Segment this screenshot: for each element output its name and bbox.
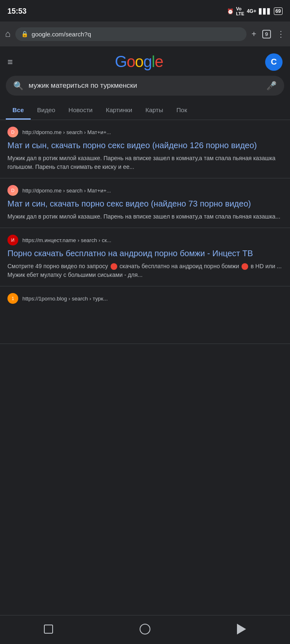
- browser-actions: + 9 ⋮: [251, 29, 285, 39]
- result-snippet: Смотрите 49 порно видео по запросу скача…: [7, 262, 283, 279]
- result-favicon: D: [7, 185, 18, 196]
- result-item: D http://dporno.me › search › Мат+и+... …: [0, 120, 290, 178]
- result-favicon: 1: [7, 293, 18, 304]
- browser-bar: ⌂ 🔒 google.com/search?q + 9 ⋮: [0, 22, 290, 46]
- google-header: ≡ Google C: [0, 46, 290, 76]
- favicon-letter: D: [11, 130, 15, 135]
- tab-news[interactable]: Новости: [62, 101, 99, 120]
- search-tabs: Все Видео Новости Картинки Карты Пок: [0, 101, 290, 120]
- signal-icon: ▋▋▋: [259, 8, 271, 14]
- snippet-part-1: Смотрите 49 порно видео по запросу: [7, 263, 110, 269]
- result-source: D http://dporno.me › search › Мат+и+...: [7, 127, 283, 137]
- home-button[interactable]: [138, 622, 152, 636]
- result-source: 1 https://1porno.blog › search › турк...: [7, 293, 283, 304]
- volte-icon: VoLTE: [236, 6, 244, 16]
- hamburger-menu-icon[interactable]: ≡: [7, 57, 13, 67]
- tab-more[interactable]: Пок: [170, 101, 194, 120]
- result-url: http://dporno.me › search › Мат+и+...: [22, 129, 111, 135]
- mic-icon[interactable]: 🎤: [266, 81, 277, 91]
- result-url: https://m.инцест.name › search › ск...: [22, 237, 111, 243]
- result-item: D http://dporno.me › search › Мат+и+... …: [0, 178, 290, 228]
- search-icon: 🔍: [13, 81, 24, 91]
- more-options-button[interactable]: ⋮: [277, 29, 285, 39]
- google-logo: Google: [115, 53, 163, 71]
- result-url: http://dporno.me › search › Мат+и+...: [22, 187, 111, 194]
- search-query: мужик материться по туркменски: [29, 82, 261, 90]
- tab-maps[interactable]: Карты: [139, 101, 170, 120]
- lock-icon: 🔒: [21, 31, 28, 37]
- url-bar[interactable]: 🔒 google.com/search?q: [15, 27, 247, 41]
- favicon-letter: И: [11, 238, 15, 243]
- network-type: 4G+: [247, 8, 256, 14]
- favicon-letter: D: [11, 188, 15, 193]
- back-icon: [237, 624, 246, 634]
- result-item: 1 https://1porno.blog › search › турк...: [0, 286, 290, 344]
- logo-g2: g: [143, 53, 152, 70]
- status-bar: 15:53 ⏰ VoLTE 4G+ ▋▋▋ 69: [0, 0, 290, 22]
- add-tab-button[interactable]: +: [251, 29, 256, 39]
- bottom-nav: [0, 615, 290, 644]
- back-button[interactable]: [234, 622, 249, 636]
- tab-count[interactable]: 9: [262, 30, 271, 38]
- results-container: D http://dporno.me › search › Мат+и+... …: [0, 120, 290, 344]
- home-icon[interactable]: ⌂: [5, 29, 10, 39]
- status-time: 15:53: [7, 7, 27, 16]
- recent-apps-button[interactable]: [41, 622, 56, 636]
- red-circle-icon: [111, 263, 117, 270]
- logo-g: G: [115, 53, 127, 70]
- avatar-letter: C: [271, 57, 277, 67]
- search-bar-container: 🔍 мужик материться по туркменски 🎤: [0, 76, 290, 101]
- snippet-part-2: скачать бесплатно на андроид порно бомжи: [118, 263, 241, 269]
- logo-e: e: [155, 53, 163, 70]
- result-favicon: И: [7, 235, 18, 245]
- tab-all[interactable]: Все: [6, 101, 31, 120]
- alarm-icon: ⏰: [227, 8, 234, 14]
- result-source: D http://dporno.me › search › Мат+и+...: [7, 185, 283, 196]
- favicon-letter: 1: [12, 296, 14, 301]
- status-icons: ⏰ VoLTE 4G+ ▋▋▋ 69: [227, 6, 283, 16]
- logo-o2: o: [135, 53, 143, 70]
- home-icon: [140, 624, 150, 634]
- search-bar[interactable]: 🔍 мужик материться по туркменски 🎤: [6, 76, 284, 96]
- result-snippet: Мужик дал в ротик милой казашке. Парень …: [7, 212, 283, 221]
- result-snippet: Мужик дал в ротик милой казашке. Парень …: [7, 154, 283, 171]
- result-item: И https://m.инцест.name › search › ск...…: [0, 228, 290, 286]
- tab-images[interactable]: Картинки: [99, 101, 139, 120]
- tab-video[interactable]: Видео: [31, 101, 62, 120]
- result-source: И https://m.инцест.name › search › ск...: [7, 235, 283, 245]
- result-title[interactable]: Мат и сын, скачать порно секс видео (най…: [7, 140, 283, 151]
- red-circle-icon-2: [242, 263, 248, 270]
- recent-apps-icon: [44, 625, 53, 634]
- battery-indicator: 69: [274, 7, 283, 15]
- result-favicon: D: [7, 127, 18, 137]
- user-avatar[interactable]: C: [265, 53, 283, 71]
- logo-o1: o: [127, 53, 135, 70]
- result-url: https://1porno.blog › search › турк...: [22, 296, 108, 302]
- result-title[interactable]: Мат и син, скачать порно секс видео (най…: [7, 198, 283, 209]
- result-title[interactable]: Порно скачать бесплатно на андроид порно…: [7, 248, 283, 259]
- url-text: google.com/search?q: [31, 31, 241, 38]
- logo-l: l: [152, 53, 155, 70]
